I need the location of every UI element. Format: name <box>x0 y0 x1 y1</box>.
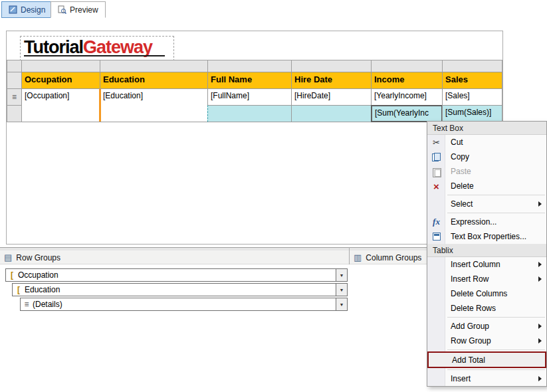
menu-item-label: Insert <box>445 374 471 383</box>
menu-separator <box>447 349 545 350</box>
menu-item-label: Add Total <box>447 355 485 365</box>
menu-item-add-group[interactable]: Add Group <box>427 319 546 334</box>
tab-preview[interactable]: Preview <box>51 1 106 18</box>
header-cell-occupation[interactable]: Occupation <box>21 72 100 89</box>
submenu-arrow-icon <box>538 338 542 343</box>
menu-item-label: Insert Column <box>445 260 500 269</box>
menu-item-insert-column[interactable]: Insert Column <box>427 257 546 272</box>
expression-icon: fx <box>433 217 440 227</box>
paste-icon <box>433 167 440 176</box>
column-groups-icon: ▥ <box>354 252 362 262</box>
menu-item-insert[interactable]: Insert <box>427 371 546 386</box>
column-handle-hiredate[interactable] <box>291 60 372 72</box>
group-indicator <box>99 89 101 122</box>
submenu-arrow-icon <box>538 262 542 267</box>
column-handle-fullname[interactable] <box>207 60 292 72</box>
logo-text-black: Tutorial <box>24 37 83 57</box>
menu-item-add-total[interactable]: Add Total <box>427 351 546 368</box>
context-menu: Text Box ✂ Cut Copy Paste × Delete Selec… <box>427 121 547 387</box>
detail-cell-fullname[interactable]: [FullName] <box>207 88 292 106</box>
submenu-arrow-icon <box>538 276 542 282</box>
row-group-dropdown[interactable]: ▼ <box>336 284 347 296</box>
detail-cell-education[interactable]: [Education] <box>100 88 208 122</box>
menu-item-label: Delete Columns <box>445 289 507 298</box>
column-groups-title: Column Groups <box>366 253 421 262</box>
menu-item-expression[interactable]: fx Expression... <box>427 215 546 229</box>
chevron-down-icon: ▼ <box>340 273 344 278</box>
menu-section-textbox: Text Box <box>427 122 546 135</box>
detail-cell-income[interactable]: [YearlyIncome] <box>371 88 443 106</box>
menu-section-tablix: Tablix <box>427 244 546 257</box>
menu-item-label: Delete Rows <box>445 304 496 313</box>
menu-item-textbox-properties[interactable]: Text Box Properties... <box>427 229 546 244</box>
total-cell-hiredate[interactable] <box>291 105 372 122</box>
menu-item-label: Paste <box>445 167 471 176</box>
menu-item-label: Row Group <box>445 336 491 345</box>
cut-icon: ✂ <box>433 138 440 147</box>
menu-item-delete-columns[interactable]: Delete Columns <box>427 286 546 301</box>
total-cell-fullname[interactable] <box>207 105 292 122</box>
menu-item-label: Select <box>445 199 473 209</box>
total-cell-income-selected[interactable]: [Sum(YearlyInc <box>371 105 443 122</box>
header-cell-education[interactable]: Education <box>100 72 208 89</box>
row-group-education[interactable]: [ Education ▼ <box>12 283 348 296</box>
header-cell-fullname[interactable]: Full Name <box>207 72 292 89</box>
tab-design-label: Design <box>21 5 45 15</box>
column-groups-header: ▥ Column Groups <box>354 252 421 262</box>
row-group-label: Occupation <box>18 270 336 280</box>
column-handle-sales[interactable] <box>442 60 502 72</box>
row-handle-total[interactable] <box>7 105 22 122</box>
header-cell-sales[interactable]: Sales <box>442 72 502 89</box>
total-cell-sales[interactable]: [Sum(Sales)] <box>442 105 502 122</box>
tablix: Occupation Education Full Name Hire Date… <box>7 60 502 122</box>
menu-item-paste: Paste <box>427 164 546 179</box>
menu-separator <box>447 195 545 195</box>
design-tab-icon <box>9 5 17 14</box>
column-handle-income[interactable] <box>371 60 443 72</box>
chevron-down-icon: ▼ <box>340 288 344 292</box>
row-group-occupation[interactable]: [ Occupation ▼ <box>5 268 348 282</box>
menu-item-select[interactable]: Select <box>427 197 546 211</box>
row-group-label: (Details) <box>33 300 336 309</box>
header-cell-hiredate[interactable]: Hire Date <box>291 72 372 89</box>
row-groups-title: Row Groups <box>16 253 60 262</box>
detail-cell-occupation[interactable]: [Occupation] <box>21 88 100 122</box>
properties-icon <box>433 233 441 241</box>
header-cell-income[interactable]: Income <box>371 72 443 89</box>
row-groups-header: ▤ Row Groups <box>4 252 60 262</box>
row-group-label: Education <box>25 285 336 294</box>
menu-item-delete[interactable]: × Delete <box>427 179 546 193</box>
row-group-dropdown[interactable]: ▼ <box>336 269 347 281</box>
row-handle-detail[interactable]: ≡ <box>7 88 22 106</box>
tab-design[interactable]: Design <box>1 1 53 18</box>
menu-item-cut[interactable]: ✂ Cut <box>427 135 546 149</box>
group-icon: [ <box>13 285 25 294</box>
report-logo-image[interactable]: TutorialGateway <box>20 36 174 61</box>
menu-item-label: Copy <box>445 152 469 161</box>
detail-cell-sales[interactable]: [Sales] <box>442 88 502 106</box>
menu-item-label: Cut <box>445 138 463 147</box>
menu-separator <box>447 317 545 318</box>
menu-item-copy[interactable]: Copy <box>427 149 546 164</box>
row-group-dropdown[interactable]: ▼ <box>336 298 347 310</box>
menu-separator <box>447 369 545 370</box>
menu-item-label: Insert Row <box>445 274 489 284</box>
column-handle-education[interactable] <box>100 60 208 72</box>
submenu-arrow-icon <box>538 324 542 329</box>
details-row-icon: ≡ <box>12 92 17 102</box>
menu-item-row-group[interactable]: Row Group <box>427 334 546 348</box>
corner-handle[interactable] <box>7 60 22 72</box>
copy-icon <box>432 153 441 161</box>
logo-text-red: Gateway <box>83 37 152 57</box>
column-handle-occupation[interactable] <box>21 60 100 72</box>
row-group-details[interactable]: ≡ (Details) ▼ <box>20 298 348 311</box>
submenu-arrow-icon <box>538 201 542 207</box>
row-handle-header[interactable] <box>7 72 22 89</box>
menu-item-delete-rows[interactable]: Delete Rows <box>427 301 546 316</box>
group-icon: [ <box>6 270 18 280</box>
row-groups-icon: ▤ <box>4 252 12 262</box>
chevron-down-icon: ▼ <box>340 302 344 307</box>
delete-icon: × <box>433 181 439 191</box>
menu-item-insert-row[interactable]: Insert Row <box>427 272 546 286</box>
detail-cell-hiredate[interactable]: [HireDate] <box>291 88 372 106</box>
